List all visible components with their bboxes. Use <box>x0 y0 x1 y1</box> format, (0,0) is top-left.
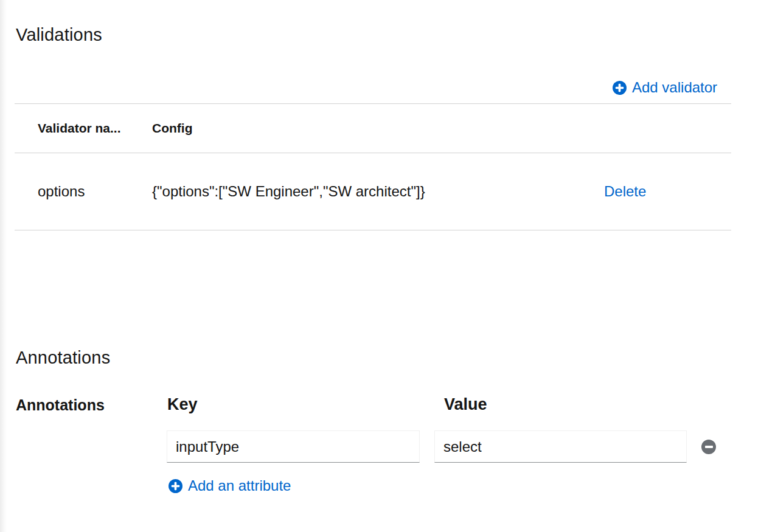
column-header-config: Config <box>140 121 589 136</box>
plus-circle-icon <box>613 81 627 95</box>
add-attribute-button[interactable]: Add an attribute <box>169 478 291 494</box>
remove-annotation-button[interactable] <box>701 440 716 454</box>
validator-config-cell: {"options":["SW Engineer","SW architect"… <box>140 183 589 200</box>
plus-circle-icon <box>169 479 182 493</box>
minus-circle-icon <box>701 440 716 454</box>
validators-table-header-row: Validator na... Config <box>15 103 731 153</box>
validations-section-title: Validations <box>16 24 102 45</box>
annotation-value-header: Value <box>444 395 487 414</box>
validator-name-cell: options <box>15 183 140 200</box>
add-attribute-label: Add an attribute <box>188 478 291 494</box>
annotation-key-input[interactable] <box>167 430 420 463</box>
page-left-shadow <box>0 0 7 532</box>
add-validator-label: Add validator <box>632 80 717 95</box>
column-header-validator-name: Validator na... <box>15 121 140 136</box>
annotations-section-title: Annotations <box>16 347 110 368</box>
validator-actions-cell: Delete <box>589 183 731 200</box>
add-validator-button[interactable]: Add validator <box>613 80 717 95</box>
validators-table: Validator na... Config options {"options… <box>15 103 731 230</box>
validator-table-row: options {"options":["SW Engineer","SW ar… <box>15 153 731 230</box>
page: Validations Add validator Validator na..… <box>0 0 761 532</box>
annotation-key-header: Key <box>167 395 198 414</box>
annotations-field-label: Annotations <box>16 396 105 414</box>
delete-validator-button[interactable]: Delete <box>604 184 646 199</box>
annotation-value-input[interactable] <box>434 430 687 463</box>
